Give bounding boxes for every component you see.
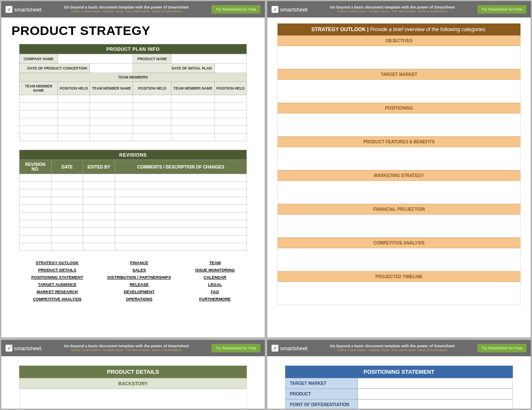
link-sales[interactable]: SALES xyxy=(133,268,146,272)
table-cell[interactable] xyxy=(20,212,52,220)
table-cell[interactable] xyxy=(171,95,214,103)
table-cell[interactable] xyxy=(51,182,83,189)
link-furthermore[interactable]: FURTHERMORE xyxy=(199,297,231,301)
table-cell[interactable] xyxy=(90,95,133,103)
table-cell[interactable] xyxy=(90,118,133,126)
cat-financial-body[interactable] xyxy=(278,215,520,238)
table-cell[interactable] xyxy=(20,118,58,126)
table-cell[interactable] xyxy=(83,228,115,236)
table-cell[interactable] xyxy=(51,197,83,205)
table-cell[interactable] xyxy=(133,126,171,134)
table-cell[interactable] xyxy=(214,103,246,110)
link-target-audience[interactable]: TARGET AUDIENCE xyxy=(38,282,76,287)
table-cell[interactable] xyxy=(51,205,83,212)
cat-positioning-body[interactable] xyxy=(278,113,520,137)
table-cell[interactable] xyxy=(214,126,246,134)
table-cell[interactable] xyxy=(20,228,52,236)
table-cell[interactable] xyxy=(83,174,115,182)
link-distribution[interactable]: DISTRIBUTION / PARTNERSHIPS xyxy=(107,275,171,279)
table-cell[interactable] xyxy=(20,205,52,212)
table-cell[interactable] xyxy=(58,103,90,110)
table-cell[interactable] xyxy=(58,95,90,103)
cat-target-market-body[interactable] xyxy=(278,80,520,103)
table-cell[interactable] xyxy=(171,126,214,134)
table-cell[interactable] xyxy=(171,118,214,126)
table-cell[interactable] xyxy=(115,189,246,197)
link-market-research[interactable]: MARKET RESEARCH xyxy=(37,289,78,294)
link-team[interactable]: TEAM xyxy=(209,260,221,265)
table-cell[interactable] xyxy=(90,134,133,141)
table-cell[interactable] xyxy=(58,118,90,126)
table-cell[interactable] xyxy=(51,189,83,197)
table-cell[interactable] xyxy=(214,118,246,126)
table-cell[interactable] xyxy=(83,220,115,228)
link-issue-monitoring[interactable]: ISSUE MONITORING xyxy=(195,268,235,272)
table-cell[interactable] xyxy=(115,205,246,212)
differentiation-field[interactable] xyxy=(358,399,513,409)
table-cell[interactable] xyxy=(83,182,115,189)
table-cell[interactable] xyxy=(90,103,133,110)
table-cell[interactable] xyxy=(20,197,52,205)
table-cell[interactable] xyxy=(51,236,83,243)
link-product-details[interactable]: PRODUCT DETAILS xyxy=(38,268,76,272)
table-cell[interactable] xyxy=(51,228,83,236)
table-cell[interactable] xyxy=(83,236,115,243)
table-cell[interactable] xyxy=(20,182,52,189)
table-cell[interactable] xyxy=(20,236,52,243)
link-legal[interactable]: LEGAL xyxy=(208,282,222,287)
table-cell[interactable] xyxy=(115,174,246,182)
table-cell[interactable] xyxy=(20,110,58,118)
try-free-button[interactable]: Try Smartsheet for Free xyxy=(211,5,260,14)
table-cell[interactable] xyxy=(83,205,115,212)
table-cell[interactable] xyxy=(115,243,246,251)
table-cell[interactable] xyxy=(133,134,171,141)
table-cell[interactable] xyxy=(133,118,171,126)
table-cell[interactable] xyxy=(115,228,246,236)
table-cell[interactable] xyxy=(115,220,246,228)
table-cell[interactable] xyxy=(83,189,115,197)
conception-date-field[interactable] xyxy=(90,64,133,73)
table-cell[interactable] xyxy=(20,189,52,197)
product-field[interactable] xyxy=(358,389,513,399)
product-name-field[interactable] xyxy=(171,54,247,64)
link-positioning-statement[interactable]: POSITIONING STATEMENT xyxy=(31,275,83,279)
link-calendar[interactable]: CALENDAR xyxy=(204,275,226,279)
table-cell[interactable] xyxy=(171,134,214,141)
table-cell[interactable] xyxy=(90,126,133,134)
link-competitive-analysis[interactable]: COMPETITIVE ANALYSIS xyxy=(33,297,81,301)
try-free-button[interactable]: Try Smartsheet for Free xyxy=(211,344,260,352)
table-cell[interactable] xyxy=(214,95,246,103)
table-cell[interactable] xyxy=(20,103,58,110)
backstory-body[interactable] xyxy=(19,389,247,409)
table-cell[interactable] xyxy=(115,212,246,220)
table-cell[interactable] xyxy=(51,243,83,251)
table-cell[interactable] xyxy=(83,243,115,251)
table-cell[interactable] xyxy=(115,182,246,189)
cat-objectives-body[interactable] xyxy=(278,46,520,69)
target-market-field[interactable] xyxy=(358,378,513,389)
link-release[interactable]: RELEASE xyxy=(130,282,149,287)
table-cell[interactable] xyxy=(90,110,133,118)
company-name-field[interactable] xyxy=(58,54,133,64)
link-faq[interactable]: FAQ xyxy=(211,289,219,294)
table-cell[interactable] xyxy=(115,236,246,243)
table-cell[interactable] xyxy=(20,174,52,182)
cat-marketing-body[interactable] xyxy=(278,181,520,204)
table-cell[interactable] xyxy=(51,174,83,182)
link-strategy-outlook[interactable]: STRATEGY OUTLOOK xyxy=(36,260,79,265)
table-cell[interactable] xyxy=(20,134,58,141)
table-cell[interactable] xyxy=(171,110,214,118)
table-cell[interactable] xyxy=(20,95,58,103)
table-cell[interactable] xyxy=(51,212,83,220)
cat-competitive-body[interactable] xyxy=(278,248,520,271)
table-cell[interactable] xyxy=(133,95,171,103)
table-cell[interactable] xyxy=(133,110,171,118)
table-cell[interactable] xyxy=(20,220,52,228)
link-development[interactable]: DEVELOPMENT xyxy=(124,289,154,294)
table-cell[interactable] xyxy=(20,243,52,251)
try-free-button[interactable]: Try Smartsheet for Free xyxy=(477,5,526,14)
table-cell[interactable] xyxy=(58,126,90,134)
cat-timeline-body[interactable] xyxy=(278,282,520,305)
table-cell[interactable] xyxy=(20,126,58,134)
link-operations[interactable]: OPERATIONS xyxy=(126,297,152,301)
